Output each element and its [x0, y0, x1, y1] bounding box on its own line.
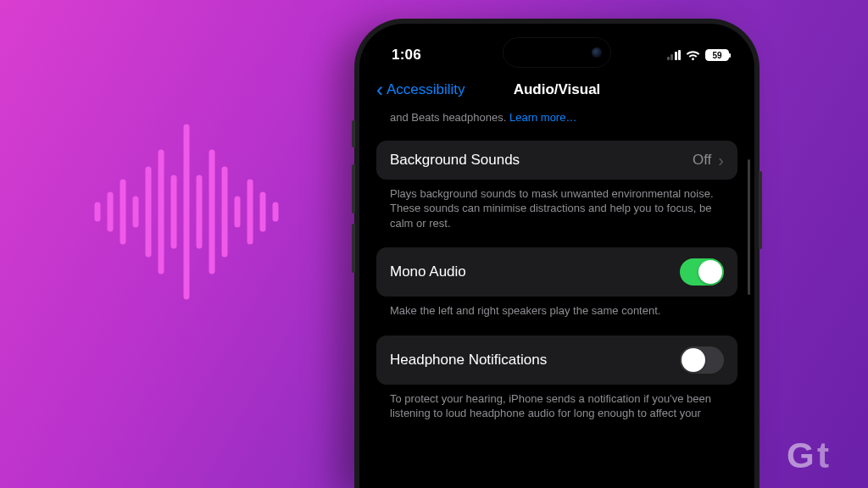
- dynamic-island: [503, 37, 611, 68]
- chevron-right-icon: ›: [718, 152, 724, 169]
- mono-audio-footer: Make the left and right speakers play th…: [376, 297, 737, 336]
- row-label: Mono Audio: [390, 263, 466, 280]
- learn-more-link[interactable]: Learn more…: [509, 111, 576, 124]
- watermark-logo: G t: [787, 434, 854, 480]
- headphone-notifications-footer: To protect your hearing, iPhone sends a …: [376, 385, 737, 438]
- navigation-bar: ‹ Accessibility Audio/Visual: [376, 71, 737, 110]
- background-sounds-row[interactable]: Background Sounds Off ›: [376, 141, 737, 180]
- svg-text:t: t: [817, 435, 829, 475]
- headphone-notifications-toggle[interactable]: [680, 347, 724, 374]
- back-button[interactable]: Accessibility: [387, 81, 465, 98]
- battery-percent: 59: [707, 51, 727, 60]
- page-title: Audio/Visual: [514, 81, 601, 98]
- scroll-indicator[interactable]: [748, 159, 750, 295]
- row-label: Headphone Notifications: [390, 352, 547, 369]
- mono-audio-row: Mono Audio: [376, 247, 737, 297]
- mono-audio-toggle[interactable]: [680, 258, 724, 286]
- cellular-signal-icon: [667, 50, 682, 60]
- battery-icon: 59: [705, 49, 729, 61]
- settings-content: and Beats headphones. Learn more… Backgr…: [376, 110, 737, 438]
- status-time: 1:06: [392, 47, 421, 64]
- headphone-notifications-row: Headphone Notifications: [376, 336, 737, 385]
- iphone-device-frame: 1:06 59 ‹ Accessibility Audio/Visual and…: [354, 19, 760, 488]
- background-sounds-footer: Plays background sounds to mask unwanted…: [376, 180, 737, 248]
- audio-waveform-graphic: [81, 102, 301, 322]
- row-label: Background Sounds: [390, 152, 520, 169]
- intro-footer-text: and Beats headphones. Learn more…: [376, 110, 737, 141]
- svg-text:G: G: [787, 435, 815, 475]
- back-chevron-icon[interactable]: ‹: [376, 80, 383, 100]
- wifi-icon: [686, 50, 700, 61]
- row-value: Off: [693, 152, 711, 169]
